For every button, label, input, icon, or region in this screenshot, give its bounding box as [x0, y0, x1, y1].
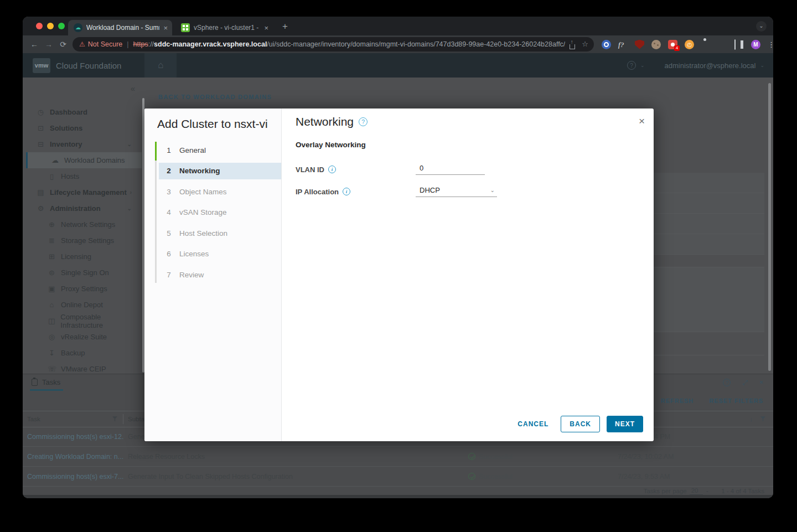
back-icon[interactable]: ←	[27, 40, 42, 49]
sidebar-item-single-sign-on[interactable]: ⊜Single Sign On	[23, 265, 142, 281]
refresh-button[interactable]: REFRESH	[661, 397, 694, 404]
tab-workload-domain[interactable]: ☁ Workload Domain - Summary ×	[68, 20, 172, 35]
sidebar-item-lifecycle-management[interactable]: ▤Lifecycle Management›	[23, 184, 142, 200]
not-secure-label[interactable]: Not Secure	[88, 40, 123, 48]
sidebar-item-inventory[interactable]: ⊟Inventory⌄	[23, 136, 142, 152]
info-icon[interactable]: i	[343, 188, 350, 195]
column-task[interactable]: Task	[27, 416, 40, 422]
page-title: Networking	[296, 115, 354, 128]
warning-icon: ⚠	[79, 40, 85, 48]
sidebar-collapse-icon[interactable]: «	[131, 84, 135, 93]
step-track	[155, 142, 157, 283]
url-scheme: https	[133, 40, 148, 48]
tab-tasks[interactable]: Tasks	[23, 374, 60, 391]
badged-extension-icon[interactable]: 4	[668, 40, 677, 49]
reload-icon[interactable]: ⟳	[56, 40, 70, 49]
sidebar-item-vrealize-suite[interactable]: ◎vRealize Suite	[23, 329, 142, 345]
clock-extension-icon[interactable]: ◴	[685, 40, 694, 49]
sidebar-item-label: Hosts	[61, 172, 79, 180]
sidebar-item-administration[interactable]: ⚙Administration⌄	[23, 200, 142, 216]
help-icon[interactable]: ?	[359, 117, 368, 126]
wizard-step-vsan-storage[interactable]: 4vSAN Storage	[159, 204, 281, 221]
per-page-select[interactable]: 20	[690, 487, 703, 495]
next-button[interactable]: NEXT	[607, 416, 643, 432]
licensing-icon: ⊞	[48, 252, 56, 261]
info-icon[interactable]: i	[328, 166, 336, 173]
vlan-id-input[interactable]	[416, 164, 485, 175]
table-row[interactable]: Commissioning host(s) esxi-7... Generate…	[23, 467, 773, 487]
new-tab-button[interactable]: +	[278, 20, 292, 34]
sidebar-item-label: Composable Infrastructure	[60, 313, 142, 329]
per-page-label: Tasks per page	[644, 488, 687, 494]
close-window-button[interactable]	[36, 23, 43, 29]
ip-allocation-select[interactable]: DHCP ⌄	[416, 186, 497, 197]
step-number: 3	[167, 188, 171, 196]
wizard-step-general[interactable]: 1General	[159, 142, 281, 158]
cookie-extension-icon[interactable]	[651, 40, 661, 49]
sidebar-item-workload-domains[interactable]: ☁Workload Domains	[26, 152, 142, 168]
browser-window: ☁ Workload Domain - Summary × vSphere - …	[23, 17, 773, 498]
zoom-window-button[interactable]	[58, 23, 65, 29]
sidebar-item-label: Online Depot	[61, 301, 103, 309]
home-button[interactable]: ⌂	[144, 53, 177, 78]
tab-vsphere[interactable]: vSphere - vi-cluster1 - Summa ×	[175, 20, 273, 35]
sidebar-item-storage-settings[interactable]: ≣Storage Settings	[23, 233, 142, 249]
share-icon[interactable]	[570, 44, 575, 49]
step-number: 6	[167, 250, 171, 258]
help-icon[interactable]: ?	[627, 61, 636, 70]
profile-avatar[interactable]: M	[751, 40, 760, 49]
sidebar-item-licensing[interactable]: ⊞Licensing	[23, 249, 142, 265]
sidebar-item-online-depot[interactable]: ⌂Online Depot	[23, 297, 142, 313]
close-icon[interactable]: ×	[639, 115, 645, 127]
filter-icon[interactable]	[112, 416, 117, 421]
sidebar-item-label: Administration	[50, 204, 101, 213]
sidebar-item-dashboard[interactable]: ◷Dashboard	[23, 104, 142, 120]
side-panel-icon[interactable]	[734, 39, 736, 50]
filter-icon[interactable]	[760, 416, 765, 421]
wizard-step-networking[interactable]: 2Networking	[159, 163, 281, 179]
sidebar-item-network-settings[interactable]: ⊕Network Settings	[23, 216, 142, 233]
cancel-button[interactable]: CANCEL	[517, 420, 548, 428]
task-link[interactable]: Commissioning host(s) esxi-7...	[23, 473, 123, 481]
tasks-help-icon[interactable]: ?	[723, 379, 731, 386]
wizard-step-review[interactable]: 7Review	[159, 266, 281, 283]
step-label: General	[179, 146, 206, 154]
url-path: /ui/sddc-manager/inventory/domains/mgmt-…	[267, 40, 565, 48]
ceip-phone-icon: ☏	[48, 365, 56, 373]
sidebar-item-proxy-settings[interactable]: ▣Proxy Settings	[23, 281, 142, 297]
sidebar-item-label: Single Sign On	[61, 268, 109, 277]
table-row[interactable]: Creating Workload Domain: n... Release R…	[23, 447, 773, 467]
storage-settings-icon: ≣	[48, 236, 56, 245]
sidebar-item-solutions[interactable]: ⊡Solutions	[23, 120, 142, 136]
password-manager-extension-icon[interactable]	[602, 40, 611, 49]
page-scrollbar[interactable]	[768, 83, 771, 371]
chevron-down-icon: ⌄	[127, 205, 132, 211]
tasks-close-icon[interactable]: ×	[759, 379, 763, 386]
success-check-icon	[468, 453, 475, 460]
back-button[interactable]: BACK	[561, 416, 600, 432]
breadcrumb[interactable]: BACK TO WORKLOAD DOMAINS	[158, 94, 272, 100]
sidebar-item-composable-infrastructure[interactable]: ◫Composable Infrastructure	[23, 313, 142, 329]
task-link[interactable]: Creating Workload Domain: n...	[23, 453, 123, 461]
bookmark-star-icon[interactable]: ☆	[582, 40, 588, 49]
reset-filters-button[interactable]: RESET FILTERS	[709, 397, 763, 404]
browser-menu-icon[interactable]: ⋮	[768, 40, 773, 49]
user-menu[interactable]: administrator@vsphere.local	[665, 61, 756, 70]
wizard-step-host-selection[interactable]: 5Host Selection	[159, 225, 281, 241]
close-tab-icon[interactable]: ×	[264, 24, 268, 32]
wizard-step-licenses[interactable]: 6Licenses	[159, 246, 281, 262]
task-link[interactable]: Commissioning host(s) esxi-12...	[23, 433, 123, 441]
adblock-shield-extension-icon[interactable]	[635, 40, 644, 49]
tab-search-button[interactable]: ⌄	[756, 21, 767, 32]
workload-domains-icon: ☁	[51, 156, 59, 164]
close-tab-icon[interactable]: ×	[163, 24, 168, 32]
sort-descending-icon[interactable]: ↓	[750, 416, 753, 422]
sidebar-item-hosts[interactable]: ▯Hosts	[23, 168, 142, 184]
address-bar[interactable]: ⚠ Not Secure | https :// sddc-manager.vr…	[73, 37, 594, 51]
minimize-window-button[interactable]	[47, 23, 54, 29]
wizard-step-object-names[interactable]: 3Object Names	[159, 183, 281, 200]
sidebar-item-backup[interactable]: ↧Backup	[23, 345, 142, 361]
forward-icon[interactable]: →	[42, 40, 56, 49]
font-extension-icon[interactable]: f?	[618, 40, 628, 49]
tasks-expand-icon[interactable]: ⤢	[742, 379, 748, 386]
